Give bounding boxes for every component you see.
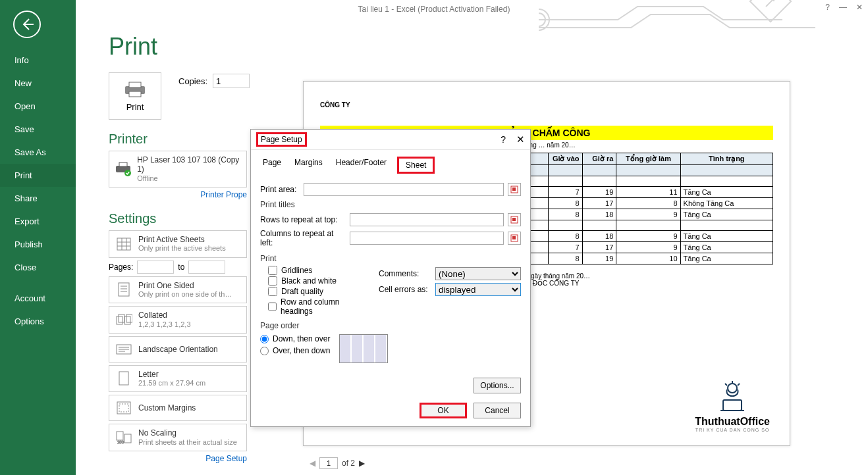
collate-icon [115,311,133,328]
cols-ref-button[interactable] [508,232,521,245]
sidebar-item-publish[interactable]: Publish [0,233,76,256]
comments-select[interactable]: (None) [435,267,521,280]
mascot-icon [714,380,751,413]
sidebar-item-options[interactable]: Options [0,310,76,333]
sidebar-item-save[interactable]: Save [0,118,76,141]
back-button[interactable] [13,11,41,38]
page-setup-link[interactable]: Page Setup [109,454,247,463]
svg-rect-7 [119,162,127,166]
svg-rect-13 [124,316,130,324]
printer-status: Offline [137,174,241,183]
svg-text:100: 100 [117,440,124,444]
page-setup-dialog: Page Setup ? ✕ Page Margins Header/Foote… [250,129,531,427]
tab-page[interactable]: Page [260,157,284,174]
svg-rect-18 [119,404,128,412]
svg-rect-23 [723,400,742,411]
cancel-button[interactable]: Cancel [474,403,521,418]
orientation-selector[interactable]: Landscape Orientation [109,336,247,362]
sidebar-item-close[interactable]: Close [0,256,76,279]
rows-repeat-input[interactable] [350,213,504,226]
print-button[interactable]: Print [109,72,161,120]
rows-ref-button[interactable] [508,213,521,226]
page-order-diagram [339,334,388,363]
close-window-button[interactable]: ✕ [856,3,863,12]
sidebar: Info New Open Save Save As Print Share E… [0,0,76,475]
draft-checkbox[interactable] [268,287,277,296]
margins-icon [115,399,133,416]
page-of-label: of 2 [342,459,355,468]
landscape-icon [115,341,133,358]
one-sided-selector[interactable]: Print One SidedOnly print on one side of… [109,276,247,304]
over-down-radio[interactable] [260,347,269,355]
row-col-headings-checkbox[interactable] [268,302,277,311]
printer-icon [123,81,147,98]
print-titles-label: Print titles [260,200,295,209]
svg-rect-29 [512,236,516,239]
bw-checkbox[interactable] [268,276,277,286]
print-area-ref-button[interactable] [508,183,521,196]
page-title: Print [109,33,848,61]
pages-from-input[interactable] [137,261,174,274]
window-title: Tai lieu 1 - Excel (Product Activation F… [358,5,510,14]
svg-point-22 [728,384,737,393]
dialog-title: Page Setup [256,132,307,147]
help-icon[interactable]: ? [825,3,830,12]
svg-rect-11 [117,316,122,324]
margins-selector[interactable]: Custom Margins [109,395,247,421]
down-over-radio[interactable] [260,335,269,343]
next-page-button[interactable]: ▶ [359,459,365,468]
svg-rect-16 [119,372,128,385]
svg-rect-14 [126,314,132,322]
ok-button[interactable]: OK [420,403,467,418]
brand-logo: ThuthuatOffice TRI KY CUA DAN CONG SO [695,380,770,432]
rows-repeat-label: Rows to repeat at top: [260,215,346,224]
page-nav: ◀ of 2 ▶ [310,457,365,469]
svg-rect-25 [512,188,516,191]
printer-properties-link[interactable]: Printer Prope [109,190,247,199]
print-group-label: Print [260,254,277,263]
minimize-button[interactable]: — [839,3,847,12]
cols-repeat-input[interactable] [350,232,504,245]
sidebar-item-export[interactable]: Export [0,210,76,233]
sidebar-item-saveas[interactable]: Save As [0,141,76,164]
print-area-input[interactable] [304,183,504,196]
preview-company: CÔNG TY [320,101,773,109]
svg-rect-27 [512,218,516,221]
scaling-icon: 100 [115,429,133,446]
gridlines-checkbox[interactable] [268,266,277,275]
sidebar-item-print[interactable]: Print [0,164,76,187]
scaling-selector[interactable]: 100 No ScalingPrint sheets at their actu… [109,424,247,451]
print-button-label: Print [126,102,144,112]
sidebar-item-info[interactable]: Info [0,49,76,72]
sidebar-item-new[interactable]: New [0,72,76,95]
collated-selector[interactable]: Collated1,2,3 1,2,3 1,2,3 [109,306,247,334]
tab-margins[interactable]: Margins [292,157,325,174]
sheets-icon [115,236,133,253]
sidebar-item-account[interactable]: Account [0,287,76,310]
options-button[interactable]: Options... [474,378,521,393]
tab-header-footer[interactable]: Header/Footer [333,157,389,174]
comments-label: Comments: [379,269,431,278]
print-what-selector[interactable]: Print Active SheetsOnly print the active… [109,230,247,258]
copies-label: Copies: [178,76,207,86]
prev-page-button[interactable]: ◀ [310,459,315,468]
page-icon [115,281,133,298]
printer-selector[interactable]: HP Laser 103 107 108 (Copy 1) Offline [109,151,247,188]
dialog-help-icon[interactable]: ? [501,134,506,145]
cols-repeat-label: Columns to repeat at left: [260,229,346,247]
copies-input[interactable] [213,74,250,88]
tab-sheet[interactable]: Sheet [397,157,435,174]
paper-size-selector[interactable]: Letter21.59 cm x 27.94 cm [109,365,247,393]
svg-rect-4 [129,82,141,88]
sidebar-item-open[interactable]: Open [0,95,76,118]
svg-rect-5 [129,91,141,97]
pages-to-input[interactable] [188,261,225,274]
page-current-input[interactable] [319,457,338,469]
svg-rect-12 [119,314,124,322]
dialog-close-icon[interactable]: ✕ [516,134,525,145]
sidebar-item-share[interactable]: Share [0,187,76,210]
svg-rect-20 [124,434,131,443]
cell-errors-select[interactable]: displayed [435,283,521,296]
pages-to-label: to [178,262,184,272]
printer-name: HP Laser 103 107 108 (Copy 1) [137,155,241,174]
